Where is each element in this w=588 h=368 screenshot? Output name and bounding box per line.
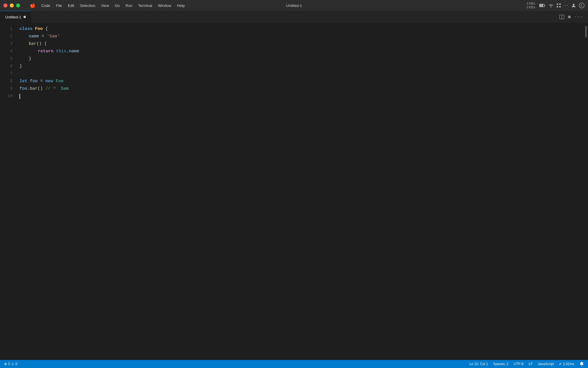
warning-count: 0 [16,362,18,366]
keyword-let: let [20,78,27,85]
cursor-position[interactable]: Ln 10, Col 1 [469,362,488,366]
statusbar: ⊗ 0 ⚠ 0 Ln 10, Col 1 Spaces: 2 UTF-8 LF … [0,360,588,368]
bell-icon[interactable] [579,362,584,366]
network-up: 3 KB/s [527,2,535,5]
menu-file[interactable]: File [53,2,65,9]
menu-go[interactable]: Go [112,2,123,9]
titlebar-left: 🍎 Code File Edit Selection View Go Run T… [3,2,187,9]
svg-rect-4 [559,3,561,5]
language-mode[interactable]: JavaScript [538,362,554,366]
titlebar-right: 3 KB/s 0 KB/s ··· [527,2,585,9]
error-count: 0 [8,362,10,366]
line-numbers: 1 2 3 4 5 6 7 8 9 10 [0,23,17,360]
string-sam: 'Sam' [47,33,60,40]
system-icons: ··· [539,3,585,8]
battery-icon [539,4,546,7]
svg-rect-1 [539,4,543,7]
keyword-return: return [38,48,53,55]
result-value: Sam [61,85,69,92]
code-line-5: } [17,55,584,63]
class-ref-foo: Foo [56,78,63,85]
svg-rect-5 [557,6,558,7]
maximize-button[interactable] [16,3,20,7]
close-button[interactable] [3,3,7,7]
window-title: Untitled-1 [286,3,302,8]
code-line-8: let foo = new Foo [17,78,584,85]
code-line-3: bar() { [17,40,584,48]
menu-terminal[interactable]: Terminal [135,2,155,9]
line-num-8: 8 [0,78,13,85]
traffic-lights [3,3,20,7]
line-num-3: 3 [0,40,13,48]
line-num-6: 6 [0,63,13,70]
unsaved-indicator [568,16,571,18]
split-editor-icon[interactable] [559,14,564,20]
line-num-4: 4 [0,48,13,55]
indentation[interactable]: Spaces: 2 [493,362,508,366]
statusbar-left: ⊗ 0 ⚠ 0 [4,362,17,366]
keyword-new: new [45,78,53,85]
code-line-2: name = 'Sam' [17,33,584,40]
prop-name: name [29,33,39,40]
error-icon: ⊗ [4,362,7,366]
ellipsis-icon[interactable]: ··· [564,3,568,8]
method-bar: bar [29,41,36,47]
var-foo: foo [30,78,38,85]
line-num-2: 2 [0,33,13,40]
wifi-icon [548,3,554,7]
code-editor[interactable]: class Foo { name = 'Sam' bar() { return … [17,23,584,360]
menu-help[interactable]: Help [174,2,187,9]
keyword-class: class [20,26,32,32]
network-stats: 3 KB/s 0 KB/s [527,2,535,9]
minimize-button[interactable] [10,3,14,7]
svg-rect-2 [545,5,545,6]
warning-icon: ⚠ [11,362,14,366]
user-icon [571,3,576,8]
back-button-icon[interactable] [579,3,585,8]
menu-code[interactable]: Code [38,2,53,9]
cursor [20,94,20,99]
menu-selection[interactable]: Selection [77,2,98,9]
class-name-foo: Foo [35,26,43,32]
titlebar: 🍎 Code File Edit Selection View Go Run T… [0,0,588,11]
code-line-7 [17,70,584,78]
this-prop-name: name [69,48,79,55]
menu-run[interactable]: Run [123,2,135,9]
svg-rect-6 [559,6,561,7]
tab-actions: ··· [559,11,588,23]
file-encoding[interactable]: UTF-8 [514,362,523,366]
menu-apple[interactable]: 🍎 [27,2,38,9]
line-num-1: 1 [0,25,13,33]
svg-rect-3 [557,3,558,5]
editor-content[interactable]: 1 2 3 4 5 6 7 8 9 10 class Foo { [0,23,588,360]
errors-item[interactable]: ⊗ 0 ⚠ 0 [4,362,17,366]
menu-window[interactable]: Window [155,2,174,9]
more-actions-icon[interactable]: ··· [574,14,583,20]
line-num-9: 9 [0,85,13,93]
editor-area: 1 2 3 4 5 6 7 8 9 10 class Foo { [0,23,588,360]
scrollbar-thumb[interactable] [585,26,587,37]
line-num-10: 10 [0,93,13,100]
svg-point-8 [579,3,584,8]
editor-tabs: Untitled-1 ··· [0,11,588,23]
timing-info[interactable]: ✔ 2.02ms [559,362,574,366]
svg-point-7 [573,4,575,5]
menu-view[interactable]: View [98,2,112,9]
code-line-10 [17,93,584,100]
tab-name: Untitled-1 [5,15,21,19]
method-bar-call: bar [30,85,38,92]
code-line-6: } [17,63,584,70]
statusbar-right: Ln 10, Col 1 Spaces: 2 UTF-8 LF JavaScri… [469,362,584,366]
tab-modified-dot [24,16,26,18]
tab-untitled[interactable]: Untitled-1 [0,11,31,23]
var-foo-call: foo [20,85,27,92]
line-ending[interactable]: LF [529,362,533,366]
network-down: 0 KB/s [527,5,535,9]
code-line-1: class Foo { [17,25,584,33]
line-num-7: 7 [0,70,13,78]
comment-result: // ? [45,85,56,92]
this-keyword: this [56,48,66,55]
scrollbar-track[interactable] [584,23,588,360]
line-num-5: 5 [0,55,13,63]
menu-edit[interactable]: Edit [65,2,77,9]
